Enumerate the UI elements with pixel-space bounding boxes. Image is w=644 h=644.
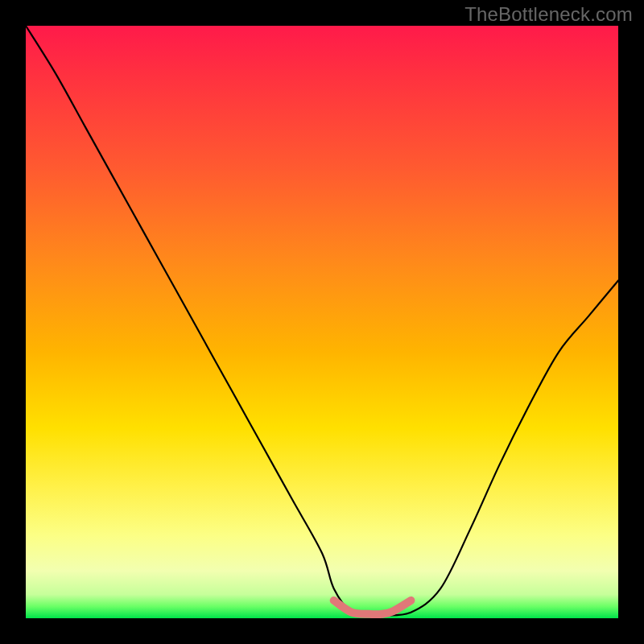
chart-frame: TheBottleneck.com	[0, 0, 644, 644]
watermark-text: TheBottleneck.com	[464, 3, 633, 26]
plot-area	[26, 26, 618, 618]
trough-highlight	[334, 601, 411, 614]
curve-overlay	[26, 26, 618, 618]
bottleneck-curve	[26, 26, 618, 616]
